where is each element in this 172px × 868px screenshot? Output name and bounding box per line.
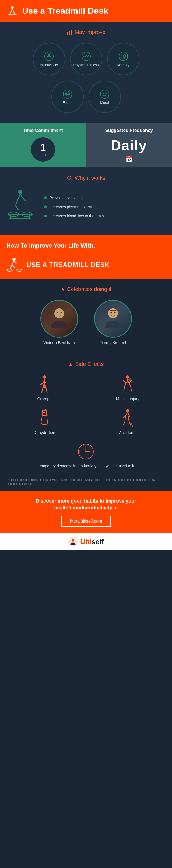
- svg-point-24: [68, 176, 71, 179]
- victoria-name: Victoria Beckham: [43, 340, 75, 345]
- svg-point-20: [67, 94, 68, 95]
- footer-logo-self: self: [92, 538, 104, 546]
- svg-line-1: [11, 9, 12, 12]
- svg-line-29: [15, 206, 18, 210]
- may-improve-heading: May improve: [5, 29, 167, 35]
- frequency-value: Daily: [92, 137, 167, 153]
- treadmill-figure: [5, 189, 38, 225]
- accidents-icon: [119, 408, 136, 427]
- productivity-item: Productivity: [33, 43, 65, 75]
- svg-point-60: [126, 409, 129, 412]
- treadmill-walker-icon: [6, 257, 23, 272]
- cramps-icon-box: [35, 375, 54, 394]
- svg-point-21: [100, 90, 109, 98]
- time-commitment-label: Time Commitment: [5, 128, 81, 133]
- ultiself-logo-icon: [68, 537, 77, 546]
- svg-point-53: [114, 312, 116, 314]
- cramps-icon: [36, 375, 53, 394]
- celebrities-section: ★ Celebrities doing it Victoria Beckham: [0, 279, 172, 353]
- svg-point-48: [57, 312, 58, 313]
- effects-grid: Cramps Muscle injury: [5, 375, 167, 468]
- productivity-decrease-label: Temporary decrease in productivity until…: [38, 464, 134, 468]
- how-to-improve-banner: How To Improve Your Life With: USE A TRE…: [0, 235, 172, 279]
- cramps-item: Cramps: [5, 375, 83, 401]
- why-point-3: Increases blood flow to the brain: [44, 214, 167, 218]
- svg-point-26: [18, 190, 22, 194]
- muscle-injury-item: Muscle injury: [89, 375, 167, 401]
- treadmill-icon: [6, 5, 18, 17]
- banner-divider: [6, 252, 166, 252]
- focus-item: Focus: [51, 81, 84, 113]
- focus-icon: [63, 89, 72, 99]
- discover-section: Discover more good habits to improve you…: [0, 491, 172, 533]
- productivity-decrease-icon: ↓: [77, 443, 95, 461]
- may-improve-section: May improve Productivity: [0, 22, 172, 123]
- disclaimer-text: * Ultiself does not provide medical advi…: [8, 478, 164, 486]
- why-dot-3: [44, 215, 47, 217]
- svg-rect-5: [8, 14, 17, 16]
- side-effects-heading: ▲ Side Effects: [5, 361, 167, 367]
- accidents-icon-box: [118, 408, 137, 427]
- mood-icon: [100, 89, 109, 99]
- memory-item: Memory: [107, 43, 139, 75]
- jimmy-avatar: [94, 300, 132, 338]
- svg-rect-8: [71, 30, 72, 35]
- why-point-1: Prevents oversitting: [44, 195, 167, 200]
- why-section: Why it works Prevents oversittin: [0, 167, 172, 235]
- how-banner-title: How To Improve Your Life With:: [6, 242, 166, 249]
- svg-line-41: [12, 265, 14, 268]
- svg-point-0: [11, 6, 14, 9]
- jimmy-name: Jimmy Kimmel: [100, 340, 126, 345]
- svg-line-25: [71, 179, 72, 181]
- svg-point-38: [12, 257, 15, 261]
- cramps-label: Cramps: [37, 396, 51, 401]
- svg-line-28: [15, 200, 18, 206]
- how-banner-subtitle: USE A TREADMILL DESK: [26, 261, 110, 269]
- celebrity-jimmy: Jimmy Kimmel: [94, 300, 132, 345]
- time-commitment-section: Time Commitment 1 hour Suggested Frequen…: [0, 123, 172, 167]
- svg-line-31: [23, 198, 26, 201]
- time-number: 1: [40, 143, 46, 153]
- why-heading: Why it works: [5, 175, 167, 181]
- celebrities-row: Victoria Beckham Jimmy Kimmel: [5, 300, 167, 345]
- discover-url[interactable]: http://ultiself.com: [61, 516, 111, 527]
- discover-text: Discover more good habits to improve you…: [11, 498, 161, 511]
- svg-rect-6: [67, 32, 68, 35]
- time-right-panel: Suggested Frequency Daily 📅: [86, 123, 172, 167]
- svg-line-40: [10, 265, 12, 269]
- side-effects-section: ▲ Side Effects Cramps: [0, 353, 172, 478]
- fitness-label: Physical Fitness: [73, 63, 99, 67]
- page-header: Use a Treadmill Desk: [0, 0, 172, 22]
- celebrities-heading: ★ Celebrities doing it: [5, 286, 167, 292]
- svg-point-52: [110, 312, 112, 314]
- svg-line-39: [12, 261, 14, 265]
- why-dot-2: [44, 206, 47, 208]
- circles-bottom-row: Focus Mood: [5, 81, 167, 113]
- footer-logo-ulti: Ulti: [80, 538, 92, 546]
- celebrity-victoria: Victoria Beckham: [40, 300, 78, 345]
- svg-point-55: [126, 375, 129, 379]
- productivity-decrease-item: ↓ Temporary decrease in productivity unt…: [5, 442, 167, 468]
- time-unit: hour: [40, 153, 46, 157]
- productivity-icon: [44, 52, 54, 61]
- svg-point-49: [60, 312, 62, 313]
- fitness-icon: [81, 52, 91, 61]
- dehydration-label: Dehydration: [33, 430, 55, 435]
- disclaimer-section: * Ultiself does not provide medical advi…: [0, 478, 172, 491]
- productivity-label: Productivity: [40, 63, 58, 67]
- memory-label: Memory: [117, 63, 130, 67]
- muscle-label: Muscle injury: [116, 396, 139, 401]
- why-point-2: Increases physical exercise: [44, 205, 167, 209]
- physical-fitness-item: Physical Fitness: [70, 43, 102, 75]
- svg-line-2: [12, 9, 14, 12]
- svg-point-23: [105, 93, 106, 94]
- mood-label: Mood: [100, 100, 109, 104]
- circles-top-row: Productivity Physical Fitness: [5, 43, 167, 75]
- svg-point-10: [48, 53, 50, 56]
- svg-point-47: [55, 308, 64, 318]
- memory-icon: [118, 52, 128, 61]
- dehydration-item: Dehydration: [5, 408, 83, 435]
- accidents-label: Accidents: [119, 430, 136, 435]
- time-left-panel: Time Commitment 1 hour: [0, 123, 86, 167]
- mood-item: Mood: [89, 81, 121, 113]
